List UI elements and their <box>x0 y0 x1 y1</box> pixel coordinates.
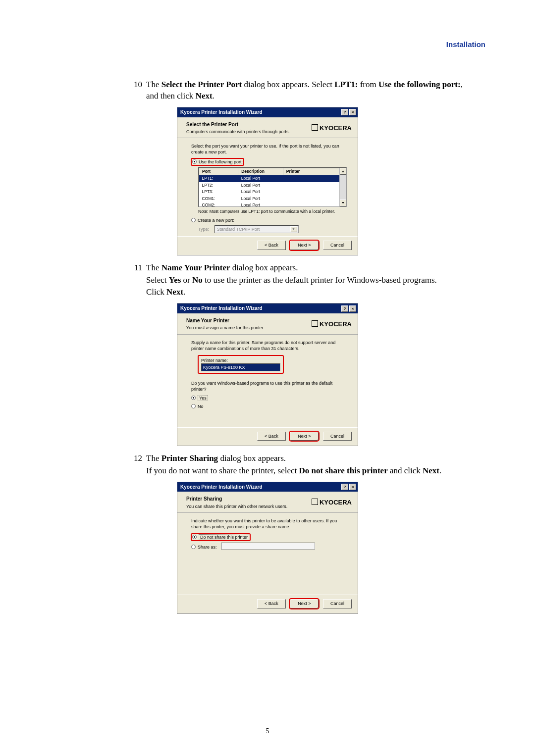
cell: LPT1: <box>199 175 238 182</box>
cell: LPT2: <box>199 182 238 189</box>
port-row[interactable]: LPT1:Local Port <box>199 175 339 182</box>
port-row[interactable]: LPT3:Local Port <box>199 189 339 195</box>
listbox-scrollbar[interactable]: ▲ ▼ <box>339 168 346 206</box>
cell <box>283 175 339 182</box>
step-10: 10 The Select the Printer Port dialog bo… <box>131 79 466 102</box>
t: Next <box>166 287 183 297</box>
close-button[interactable]: × <box>349 109 356 115</box>
t: . <box>183 287 185 297</box>
radio-icon <box>191 545 196 549</box>
share-name-input <box>221 543 315 550</box>
col-port[interactable]: Port <box>199 168 238 175</box>
printer-sharing-dialog-figure: Kyocera Printer Installation Wizard ? × … <box>177 482 358 614</box>
help-button[interactable]: ? <box>341 109 348 115</box>
t: The <box>146 80 161 89</box>
select-printer-port-dialog-figure: Kyocera Printer Installation Wizard ? × … <box>177 107 358 255</box>
cell: Local Port <box>238 175 283 182</box>
create-new-port-radio[interactable]: Create a new port: <box>191 218 234 223</box>
printer-name-input[interactable]: Kyocera FS-9100 KX <box>201 363 280 371</box>
col-printer[interactable]: Printer <box>283 168 339 175</box>
scroll-down-icon[interactable]: ▼ <box>340 200 346 206</box>
radio-label: Share as: <box>198 545 217 550</box>
t: or <box>181 275 192 285</box>
intro-text: Select the port you want your printer to… <box>191 143 347 155</box>
cell: Local Port <box>238 182 283 189</box>
next-button[interactable]: Next > <box>290 241 319 250</box>
titlebar-text: Kyocera Printer Installation Wizard <box>180 109 263 116</box>
t: LPT1: <box>334 80 358 89</box>
help-button[interactable]: ? <box>341 305 348 312</box>
radio-icon <box>192 159 197 164</box>
cell: Local Port <box>238 189 283 195</box>
printer-name-label: Printer name: <box>201 357 280 363</box>
cell <box>283 182 339 189</box>
t: . <box>439 466 441 475</box>
t: Select <box>146 275 169 285</box>
port-type-dropdown: Standard TCP/IP Port <box>214 225 299 233</box>
close-button[interactable]: × <box>349 484 356 490</box>
cancel-button[interactable]: Cancel <box>323 432 352 441</box>
t: Use the following port: <box>378 80 461 89</box>
t: Click <box>146 287 166 297</box>
yes-radio[interactable]: Yes <box>191 395 347 401</box>
cancel-button[interactable]: Cancel <box>323 241 352 250</box>
step-12: 12 The Printer Sharing dialog box appear… <box>131 453 466 477</box>
kyocera-logo: KYOCERA <box>312 124 352 133</box>
titlebar: Kyocera Printer Installation Wizard ? × <box>177 482 358 492</box>
t: If you do not want to share the printer,… <box>146 466 299 475</box>
scroll-up-icon[interactable]: ▲ <box>340 168 346 175</box>
close-button[interactable]: × <box>349 305 356 312</box>
default-printer-question: Do you want Windows-based programs to us… <box>191 380 347 392</box>
titlebar: Kyocera Printer Installation Wizard ? × <box>177 107 358 117</box>
step-11-body: The Name Your Printer dialog box appears… <box>146 262 466 299</box>
name-your-printer-dialog-figure: Kyocera Printer Installation Wizard ? × … <box>177 303 358 446</box>
t: . <box>213 91 214 101</box>
do-not-share-radio[interactable]: Do not share this printer <box>191 534 250 541</box>
no-radio[interactable]: No <box>191 403 347 409</box>
section-header: Installation <box>50 40 485 50</box>
cell: Local Port <box>238 196 283 202</box>
note-text: Note: Most computers use LPT1: port to c… <box>198 209 347 214</box>
kyocera-logo: KYOCERA <box>312 498 352 507</box>
step-11-number: 11 <box>131 262 146 299</box>
port-row[interactable]: COM2:Local Port <box>199 202 339 208</box>
t: dialog box appears. <box>230 263 298 272</box>
cell <box>283 189 339 195</box>
use-following-port-radio[interactable]: Use the following port: <box>191 158 244 165</box>
radio-label: Create a new port: <box>198 218 234 223</box>
cell: COM1: <box>199 196 238 202</box>
t: The <box>146 454 161 463</box>
next-button[interactable]: Next > <box>290 599 319 608</box>
port-listbox[interactable]: Port Description Printer LPT1:Local Port… <box>198 167 347 207</box>
radio-icon <box>191 404 196 408</box>
t: Do not share this printer <box>299 466 388 475</box>
share-as-radio[interactable]: Share as: <box>191 543 347 550</box>
back-button[interactable]: < Back <box>257 599 286 608</box>
t: Next <box>423 466 439 475</box>
col-description[interactable]: Description <box>238 168 283 175</box>
help-button[interactable]: ? <box>341 484 348 490</box>
t: No <box>192 275 203 285</box>
back-button[interactable]: < Back <box>257 432 286 441</box>
t: Printer Sharing <box>161 454 218 463</box>
radio-icon <box>191 218 196 222</box>
cancel-button[interactable]: Cancel <box>323 599 352 608</box>
port-row[interactable]: COM1:Local Port <box>199 196 339 202</box>
t: Next <box>196 91 213 101</box>
port-row[interactable]: LPT2:Local Port <box>199 182 339 189</box>
radio-icon <box>192 535 197 539</box>
dialog-subtitle: Computers communicate with printers thro… <box>186 129 290 135</box>
dialog-title: Select the Printer Port <box>186 121 290 128</box>
t: dialog box appears. Select <box>242 80 334 89</box>
radio-label: Do not share this printer <box>199 534 249 540</box>
dialog-title: Name Your Printer <box>186 317 265 324</box>
next-button[interactable]: Next > <box>290 432 319 441</box>
back-button[interactable]: < Back <box>257 241 286 250</box>
dialog-title: Printer Sharing <box>186 496 287 503</box>
step-12-number: 12 <box>131 453 146 477</box>
titlebar-text: Kyocera Printer Installation Wizard <box>180 484 263 491</box>
radio-label: Yes <box>198 395 208 401</box>
cell: LPT3: <box>199 189 238 195</box>
cell <box>283 202 339 208</box>
titlebar: Kyocera Printer Installation Wizard ? × <box>177 303 358 313</box>
